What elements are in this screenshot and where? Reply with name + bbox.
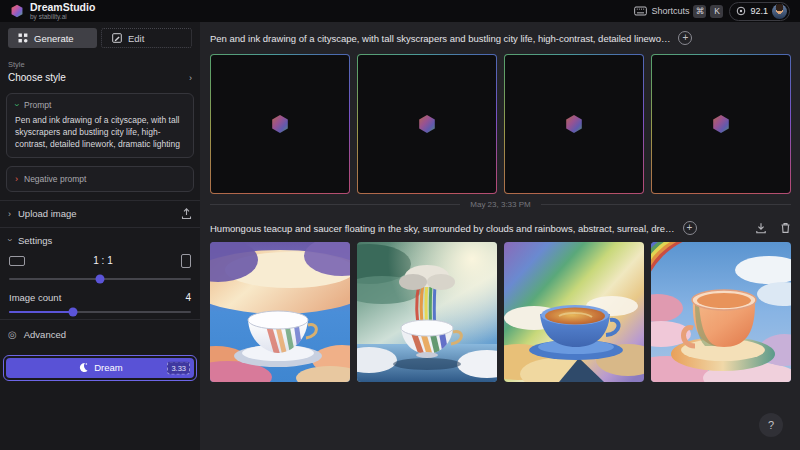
chevron-down-icon[interactable]: › [12,104,22,107]
credits-pill[interactable]: 92.1 [729,2,790,21]
prompt-box[interactable]: › Prompt Pen and ink drawing of a citysc… [6,93,194,158]
image-count-value: 4 [185,292,191,303]
generation-prompt-text: Pen and ink drawing of a cityscape, with… [210,33,670,44]
generation-prompt-text: Humongous teacup and saucer floating in … [210,223,675,234]
keyboard-icon [634,6,647,16]
coin-icon [736,6,746,16]
image-count-label: Image count [9,292,61,303]
reuse-prompt-icon[interactable]: + [683,221,697,235]
pending-image-tile[interactable] [210,54,350,194]
generated-image-teacup-4[interactable] [651,242,791,382]
prompt-textarea[interactable]: Pen and ink drawing of a cityscape, with… [15,115,185,151]
dream-button-outline: Dream 3.33 [3,355,197,381]
upload-icon [181,208,192,220]
advanced-label: Advanced [24,329,66,340]
sidebar: Generate Edit Style Choose style › › Pro… [0,22,200,450]
chevron-right-icon[interactable]: › [15,174,18,184]
generate-grid-icon [18,33,28,43]
generated-image-teacup-2[interactable] [357,242,497,382]
image-count-slider[interactable] [9,311,191,313]
generations-feed: Pen and ink drawing of a cityscape, with… [200,22,800,450]
trash-icon [780,222,791,234]
timestamp-text: May 23, 3:33 PM [470,200,530,209]
tab-edit-label: Edit [128,33,144,44]
shortcuts-label: Shortcuts [651,6,689,16]
shortcuts-button[interactable]: Shortcuts ⌘ K [634,5,723,18]
advanced-row[interactable]: ◎ Advanced [0,320,200,349]
image-count-row: Image count 4 [0,286,200,303]
landscape-ratio-icon[interactable] [9,256,25,266]
download-row-button[interactable] [755,222,767,234]
dreamstudio-hexagon-icon [711,114,731,134]
portrait-ratio-icon[interactable] [181,254,191,268]
timestamp-divider: May 23, 3:33 PM [210,194,791,214]
dream-cost-badge: 3.33 [167,361,190,374]
upload-image-row[interactable]: › Upload image [0,201,200,227]
pending-image-tile[interactable] [504,54,644,194]
prompt-label: Prompt [24,100,51,110]
app-logo-block[interactable]: DreamStudio by stability.ai [10,2,95,20]
command-keycap: ⌘ [693,5,706,18]
chevron-right-icon: › [189,73,192,83]
tab-generate-label: Generate [34,33,74,44]
aspect-slider-knob[interactable] [96,274,105,283]
advanced-icon: ◎ [8,329,17,340]
tab-edit[interactable]: Edit [101,28,192,48]
pending-image-tile[interactable] [357,54,497,194]
chevron-right-icon: › [8,209,11,219]
tab-generate[interactable]: Generate [8,28,97,48]
user-avatar[interactable] [772,4,787,19]
style-label: Style [8,60,192,69]
top-bar: DreamStudio by stability.ai Shortcuts ⌘ … [0,0,800,22]
generated-image-teacup-1[interactable] [210,242,350,382]
edit-pencil-icon [112,33,122,43]
dreamstudio-hexagon-icon [564,114,584,134]
chevron-down-icon: › [5,239,15,242]
style-section[interactable]: Style Choose style › [0,56,200,91]
generation-row-header: Humongous teacup and saucer floating in … [210,214,791,242]
generation-grid-pending [210,54,791,194]
k-keycap: K [710,5,723,18]
pending-image-tile[interactable] [651,54,791,194]
download-icon [755,222,767,234]
generation-row-header: Pen and ink drawing of a cityscape, with… [210,22,791,54]
dream-moon-icon [77,362,88,373]
help-button[interactable]: ? [759,413,783,437]
upload-image-label: Upload image [18,208,77,219]
dreamstudio-hexagon-icon [417,114,437,134]
dreamstudio-app: DreamStudio by stability.ai Shortcuts ⌘ … [0,0,800,450]
settings-label: Settings [18,235,52,246]
reuse-prompt-icon[interactable]: + [678,31,692,45]
app-title: DreamStudio [30,2,95,13]
aspect-ratio-slider[interactable] [9,278,191,280]
delete-row-button[interactable] [780,222,791,234]
aspect-ratio-row: 1 : 1 [0,249,200,270]
generated-image-teacup-3[interactable] [504,242,644,382]
credits-balance: 92.1 [750,6,768,16]
negative-prompt-label: Negative prompt [24,174,86,184]
image-count-knob[interactable] [68,307,77,316]
aspect-ratio-value: 1 : 1 [93,255,112,266]
mode-tabs: Generate Edit [8,28,192,48]
app-subtitle: by stability.ai [30,14,95,21]
style-value: Choose style [8,72,66,83]
generation-grid-teacups [210,242,791,382]
settings-row[interactable]: › Settings [0,228,200,249]
dreamstudio-hexagon-icon [270,114,290,134]
negative-prompt-box[interactable]: › Negative prompt [6,166,194,192]
dreamstudio-logo-icon [10,4,24,18]
dream-button-label: Dream [94,362,123,373]
dream-button[interactable]: Dream 3.33 [6,358,194,378]
